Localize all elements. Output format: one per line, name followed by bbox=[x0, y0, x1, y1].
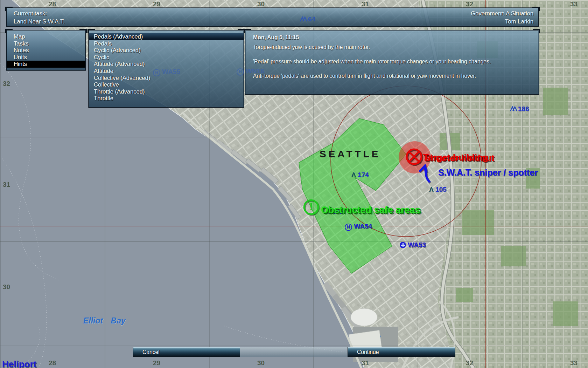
topic-item-cyclic-advanced[interactable]: Cyclic (Advanced) bbox=[89, 47, 244, 54]
hint-text-line: 'Pedal' pressure should be adjusted when… bbox=[253, 59, 491, 65]
obstructed-label: Obstructed safe areas bbox=[321, 205, 420, 216]
menu-item-notes[interactable]: Notes bbox=[7, 47, 85, 54]
elevation-marker-105: Λ 105 bbox=[429, 186, 447, 193]
hint-datetime: Mon, Aug 5, 11:15 bbox=[253, 34, 299, 41]
mission-title: Government: A Situation bbox=[471, 10, 533, 17]
topic-item-cyclic[interactable]: Cyclic bbox=[89, 54, 244, 61]
grid-row-label: 32 bbox=[3, 80, 10, 88]
grid-col-label: 30 bbox=[257, 359, 265, 367]
pilot-name: Tom Larkin bbox=[505, 18, 533, 25]
target-building-label: Target building bbox=[423, 152, 488, 163]
menu-item-map[interactable]: Map bbox=[7, 33, 85, 40]
current-task-bar: Current task: Land Near S.W.A.T. Governm… bbox=[6, 8, 539, 27]
menu-item-tasks[interactable]: Tasks bbox=[7, 40, 85, 47]
menu-item-hints[interactable]: Hints bbox=[7, 61, 85, 68]
elevation-marker-174: Λ 174 bbox=[351, 171, 369, 179]
helipad-icon: H bbox=[153, 69, 160, 76]
topic-item-pedals[interactable]: Pedals bbox=[89, 40, 244, 47]
tower-icon bbox=[510, 106, 518, 112]
footer-bar bbox=[240, 347, 348, 357]
topic-item-throttle-advanced[interactable]: Throttle (Advanced) bbox=[89, 88, 244, 95]
water-label: Elliot Bay bbox=[83, 316, 126, 326]
grid-row-label: 30 bbox=[3, 283, 10, 291]
continue-button[interactable]: Continue bbox=[348, 347, 455, 357]
current-task-name: Land Near S.W.A.T. bbox=[14, 18, 65, 25]
helipad-icon: H bbox=[345, 224, 352, 231]
briefing-screen: 28 29 30 31 32 33 28 29 30 31 32 33 32 3… bbox=[0, 0, 588, 368]
cancel-button[interactable]: Cancel bbox=[133, 347, 240, 357]
grid-col-label: 31 bbox=[362, 0, 369, 8]
heliport-label: Heliport bbox=[2, 359, 36, 368]
grid-col-label: 29 bbox=[153, 0, 160, 8]
helipad-marker-WA54: H WA54 bbox=[345, 223, 372, 231]
grid-col-label: 29 bbox=[153, 359, 160, 367]
menu-item-units[interactable]: Units bbox=[7, 54, 85, 61]
swat-arrow-icon bbox=[417, 164, 438, 185]
tower-icon bbox=[300, 16, 308, 22]
topic-item-attitude-advanced[interactable]: Attitude (Advanced) bbox=[89, 61, 244, 68]
helipad-dot-icon bbox=[400, 242, 406, 248]
grid-col-label: 33 bbox=[570, 359, 578, 367]
grid-col-label: 31 bbox=[362, 359, 369, 367]
hint-text-line: Anti-torque 'pedals' are used to control… bbox=[253, 73, 476, 79]
svg-text:!: ! bbox=[309, 201, 313, 212]
topic-item-pedals-advanced[interactable]: Pedals (Advanced) bbox=[89, 33, 244, 40]
grid-col-label: 33 bbox=[570, 0, 578, 8]
elevation-icon: Λ bbox=[429, 186, 434, 193]
hint-text-line: Torque-induced yaw is caused by the main… bbox=[253, 44, 370, 50]
helipad-icon: H bbox=[237, 68, 244, 76]
topic-item-collective[interactable]: Collective bbox=[89, 81, 244, 88]
helipad-marker-WA53: WA53 bbox=[400, 241, 426, 249]
grid-col-label: 32 bbox=[466, 359, 473, 367]
grid-col-label: 28 bbox=[49, 359, 56, 367]
tower-marker-64: 64 bbox=[300, 15, 315, 23]
swat-sniper-label: S.W.A.T. sniper / spotter bbox=[438, 168, 538, 178]
grid-col-label: 28 bbox=[49, 0, 56, 8]
elevation-icon: Λ bbox=[351, 171, 356, 178]
city-label: SEATTLE bbox=[320, 149, 380, 160]
current-task-label: Current task: bbox=[14, 10, 47, 17]
hint-content-panel: Mon, Aug 5, 11:15 Torque-induced yaw is … bbox=[245, 30, 539, 95]
helipad-marker-WN16: H WN16 bbox=[237, 67, 264, 76]
briefing-menu-panel: Map Tasks Notes Units Hints bbox=[6, 30, 86, 70]
grid-col-label: 30 bbox=[257, 0, 265, 8]
helipad-marker-WA55: H WA55 bbox=[153, 68, 180, 76]
grid-row-label: 31 bbox=[3, 181, 10, 189]
warning-icon: ! bbox=[302, 198, 321, 217]
topic-item-throttle[interactable]: Throttle bbox=[89, 95, 244, 102]
tower-marker-186: 186 bbox=[510, 105, 529, 113]
obstructed-safe-areas-marker: ! Obstructed safe areas Obstructed safe … bbox=[302, 198, 321, 217]
grid-col-label: 32 bbox=[466, 0, 473, 8]
